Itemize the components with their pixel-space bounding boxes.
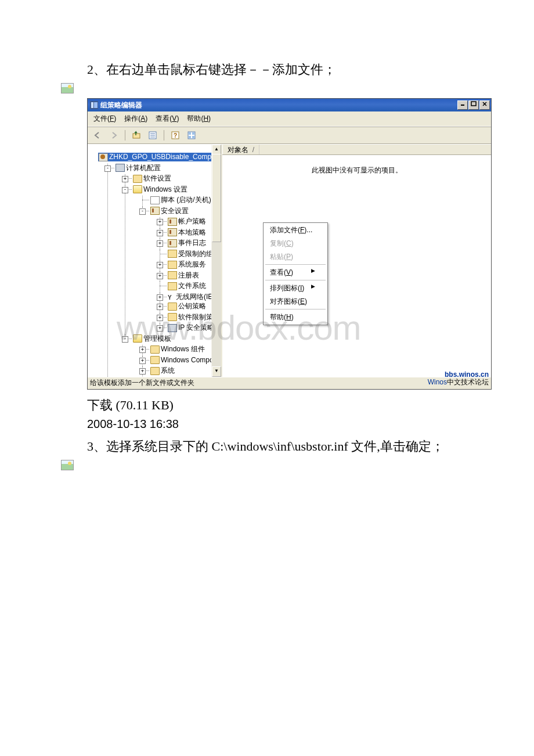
menu-view[interactable]: 查看(V) (152, 113, 182, 125)
menu-file[interactable]: 文件(F) (90, 113, 120, 125)
svg-rect-12 (189, 132, 191, 135)
expand-icon[interactable]: - (104, 165, 111, 172)
tree-root[interactable]: ZHKD_GPO_USBDisable_Computers [ZHDC0... … (90, 153, 221, 377)
nav-back-button[interactable] (91, 129, 104, 142)
minimize-button[interactable] (457, 100, 468, 110)
tree-account-policy[interactable]: 帐户策略 (168, 217, 206, 226)
column-name[interactable]: 对象名 / (222, 145, 259, 154)
tree-pane[interactable]: ZHKD_GPO_USBDisable_Computers [ZHDC0... … (88, 145, 222, 377)
tree-software-settings[interactable]: 软件设置 (133, 174, 171, 183)
app-icon (90, 101, 98, 109)
tree-computer-config[interactable]: 计算机配置 (116, 164, 161, 172)
svg-rect-13 (192, 132, 194, 135)
svg-text:?: ? (174, 132, 177, 139)
tree-local-policy[interactable]: 本地策略 (168, 228, 206, 237)
ctx-help[interactable]: 帮助(H) (264, 311, 327, 324)
maximize-button[interactable] (468, 100, 479, 110)
help-toolbar-button[interactable]: ? (169, 129, 182, 142)
ctx-copy: 复制(C) (264, 237, 327, 250)
menubar: 文件(F) 操作(A) 查看(V) 帮助(H) (88, 111, 491, 127)
ctx-paste: 粘贴(P) (264, 250, 327, 264)
gpo-editor-window: 组策略编辑器 文件(F) 操作(A) 查看(V) 帮助(H) (87, 98, 492, 390)
tree-public-key[interactable]: 公钥策略 (168, 302, 206, 311)
step3-text: 3、选择系统目录下的 C:\windows\inf\usbstor.inf 文件… (87, 438, 511, 455)
tree-restricted-groups[interactable]: 受限制的组 (168, 250, 213, 258)
step2-text: 2、在右边单击鼠标右键选择－－添加文件； (87, 61, 511, 78)
menu-action[interactable]: 操作(A) (121, 113, 151, 125)
image-placeholder-icon (61, 83, 74, 93)
window-title: 组策略编辑器 (100, 100, 142, 110)
svg-rect-14 (189, 136, 191, 138)
titlebar[interactable]: 组策略编辑器 (88, 99, 491, 111)
up-folder-button[interactable] (130, 129, 143, 142)
tree-system-services[interactable]: 系统服务 (168, 260, 206, 269)
menu-help[interactable]: 帮助(H) (183, 113, 214, 125)
body-split: ZHKD_GPO_USBDisable_Computers [ZHDC0... … (88, 144, 491, 377)
ctx-align[interactable]: 对齐图标(E) (264, 295, 327, 308)
list-pane[interactable]: 对象名 / 此视图中没有可显示的项目。 添加文件(F)... 复制(C) 粘贴(… (222, 145, 491, 377)
submenu-arrow-icon: ▶ (311, 283, 315, 293)
list-view-button[interactable] (185, 129, 198, 142)
tree-windows-settings[interactable]: Windows 设置 (133, 185, 187, 194)
image-placeholder-icon (61, 460, 74, 470)
toolbar: ? (88, 127, 491, 144)
tree-security-settings[interactable]: 安全设置 (150, 207, 189, 215)
tree-windows-components[interactable]: Windows 组件 (150, 345, 205, 354)
properties-button[interactable] (146, 129, 159, 142)
date-text: 2008-10-13 16:38 (87, 417, 511, 431)
tree-event-log[interactable]: 事件日志 (168, 239, 206, 247)
svg-rect-4 (133, 134, 140, 138)
empty-view-message: 此视图中没有可显示的项目。 (222, 155, 491, 175)
ctx-add-file[interactable]: 添加文件(F)... (264, 224, 327, 237)
ctx-view[interactable]: 查看(V)▶ (264, 266, 327, 279)
close-button[interactable] (479, 100, 490, 110)
tree-windows-components-en[interactable]: Windows Components (150, 356, 221, 365)
tree-admin-templates[interactable]: 管理模板 (133, 334, 171, 343)
svg-rect-15 (192, 136, 194, 138)
footer-forum[interactable]: Winos中文技术论坛 (428, 378, 489, 386)
context-menu: 添加文件(F)... 复制(C) 粘贴(P) 查看(V)▶ 排列图标(I)▶ 对… (263, 222, 328, 325)
tree-vertical-scrollbar[interactable]: ▲▼ (211, 145, 221, 377)
submenu-arrow-icon: ▶ (311, 268, 315, 278)
statusbar: 给该模板添加一个新文件或文件夹 Winos中文技术论坛 (88, 377, 491, 389)
tree-system[interactable]: 系统 (150, 366, 175, 375)
tree-file-system[interactable]: 文件系统 (168, 282, 206, 290)
nav-forward-button[interactable] (107, 129, 120, 142)
ctx-arrange[interactable]: 排列图标(I)▶ (264, 282, 327, 295)
tree-scripts[interactable]: 脚本 (启动/关机) (150, 196, 211, 204)
download-text: 下载 (70.11 KB) (87, 397, 511, 414)
svg-rect-1 (471, 102, 476, 106)
tree-registry[interactable]: 注册表 (168, 271, 199, 280)
